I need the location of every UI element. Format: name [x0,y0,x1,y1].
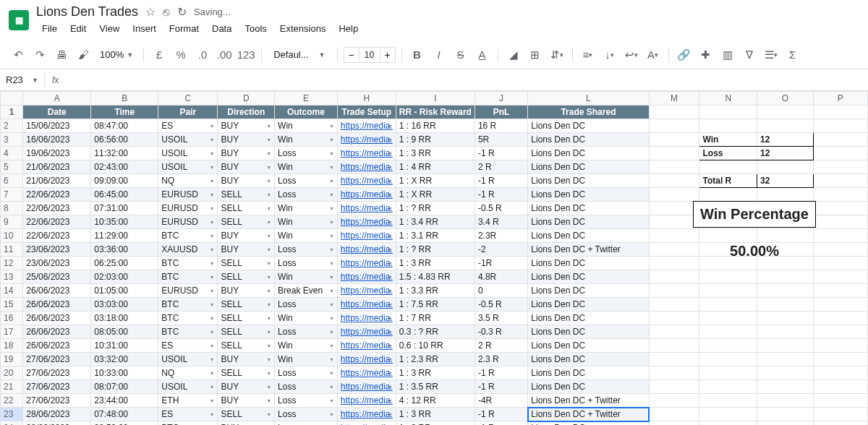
cell[interactable]: 1 : 7 RR [396,312,475,325]
star-icon[interactable]: ☆ [145,5,156,19]
cell[interactable]: 2.3R [475,229,527,243]
cell[interactable]: Lions Den DC [528,202,649,215]
menu-view[interactable]: View [93,21,125,36]
cell[interactable]: 23:44:00 [91,394,158,408]
cell[interactable]: Lions Den DC [528,353,649,366]
cell[interactable]: 22/06/2023 [23,215,91,229]
cell[interactable]: 09:09:00 [91,174,158,188]
col-header-A[interactable]: A [23,92,91,106]
cell[interactable]: EURUSD [158,284,218,298]
cell[interactable]: Win [275,229,338,243]
cell[interactable]: Lions Den DC [528,312,649,325]
cell[interactable]: BUY [218,243,275,257]
cell[interactable]: Lions Den DC [528,174,649,188]
cell[interactable]: Break Even [275,284,338,298]
borders-button[interactable]: ⊞ [526,46,545,64]
col-header-H[interactable]: H [337,92,396,106]
cell[interactable] [649,366,699,380]
row-header[interactable]: 19 [1,353,23,366]
cell[interactable]: USOIL [158,353,218,366]
cell[interactable]: 1 : 3 RR [396,366,475,380]
cell[interactable]: -4R [475,394,527,408]
cell[interactable]: 19/06/2023 [23,147,91,160]
cell[interactable]: BUY [218,353,275,366]
cell[interactable] [649,133,699,147]
trade-setup-link[interactable]: https://media. [341,299,393,309]
cell[interactable] [757,160,814,174]
row-header[interactable]: 1 [1,106,23,119]
cell[interactable]: 12 [757,133,814,147]
menu-extensions[interactable]: Extensions [274,21,332,36]
cell[interactable] [649,215,699,229]
cell[interactable]: Win [275,353,338,366]
cell[interactable]: Loss [275,298,338,312]
cell[interactable]: -2 [475,243,527,257]
cell[interactable] [699,312,757,325]
cell[interactable]: SELL [218,339,275,353]
row-header[interactable]: 20 [1,366,23,380]
cell[interactable]: BTC [158,229,218,243]
fill-color-button[interactable]: ◢ [504,46,523,64]
cell[interactable] [813,119,867,133]
cell[interactable] [649,312,699,325]
row-header[interactable]: 8 [1,202,23,215]
cell[interactable] [649,147,699,160]
cell[interactable]: 10:31:00 [91,339,158,353]
cell[interactable]: 28/06/2023 [23,421,91,426]
cell[interactable] [649,298,699,312]
cell[interactable]: BTC [158,257,218,270]
cell[interactable] [757,353,814,366]
cell[interactable]: -1 R [475,421,527,426]
cell[interactable]: https://media. [337,215,396,229]
cell[interactable]: Lions Den DC [528,119,649,133]
cell[interactable] [649,160,699,174]
cell[interactable]: BUY [218,394,275,408]
cell[interactable]: 08:47:00 [91,119,158,133]
cell[interactable]: Lions Den DC [528,133,649,147]
cell[interactable]: Lions Den DC [528,215,649,229]
text-color-button[interactable]: A [473,46,492,64]
comment-button[interactable]: ✚ [697,46,715,64]
cell[interactable]: 3.5 R [475,312,527,325]
row-header[interactable]: 16 [1,312,23,325]
row-header[interactable]: 7 [1,188,23,202]
cell[interactable]: 1 : 3.1 RR [396,229,475,243]
cell[interactable]: ETH [158,394,218,408]
row-header[interactable]: 3 [1,133,23,147]
cell[interactable] [757,339,814,353]
header-cell[interactable]: Outcome [275,106,338,119]
trade-setup-link[interactable]: https://media. [341,327,393,337]
cell[interactable] [757,298,814,312]
cell[interactable]: 16/06/2023 [23,133,91,147]
cell[interactable]: 02:03:00 [91,270,158,284]
cell[interactable]: Loss [275,174,338,188]
bold-button[interactable]: B [408,46,427,64]
cell[interactable]: 1.5 : 4.83 RR [396,270,475,284]
cell[interactable] [757,229,814,243]
cell[interactable]: USOIL [158,160,218,174]
cell[interactable] [649,229,699,243]
cell[interactable] [649,408,699,421]
header-cell[interactable]: Time [91,106,158,119]
cell[interactable]: EURUSD [158,202,218,215]
cell[interactable]: Win [275,202,338,215]
cell[interactable]: 03:32:00 [91,353,158,366]
cell[interactable]: 4.8R [475,270,527,284]
cell[interactable]: https://media. [337,298,396,312]
cell[interactable]: Lions Den DC [528,188,649,202]
redo-button[interactable]: ↷ [30,46,49,64]
cell[interactable] [649,174,699,188]
font-size-input[interactable]: 10 [359,47,380,63]
cell[interactable]: 1 : 16 RR [396,119,475,133]
cell[interactable]: SELL [218,366,275,380]
move-icon[interactable]: ⎋ [163,6,170,19]
cell[interactable]: 16 R [475,119,527,133]
cell[interactable]: 1 : ? RR [396,202,475,215]
cell[interactable]: 08:05:00 [91,325,158,339]
paint-format-button[interactable]: 🖌 [74,46,93,64]
cell[interactable] [649,257,699,270]
cell[interactable] [699,380,757,394]
cell[interactable]: 23/06/2023 [23,257,91,270]
undo-button[interactable]: ↶ [9,46,27,64]
cell[interactable]: 32 [757,174,814,188]
